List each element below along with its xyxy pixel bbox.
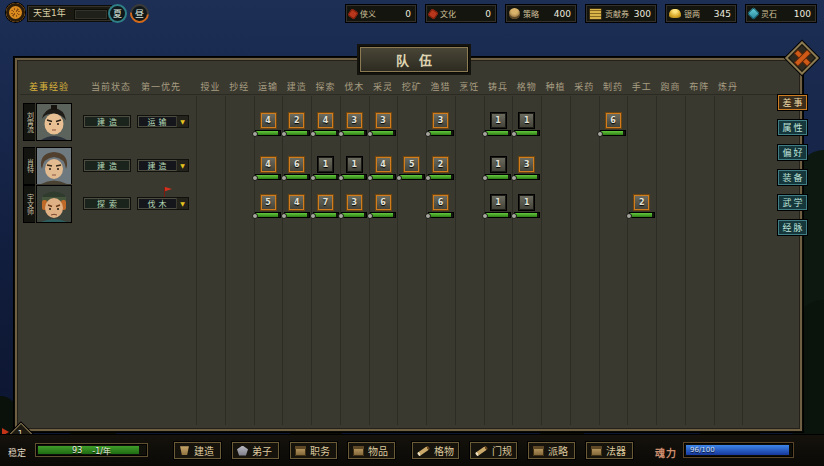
skill-level-badge[interactable]: 1 — [491, 157, 506, 172]
skill-cell-伐木: 1 — [340, 157, 369, 180]
priority-value: 建造 — [138, 160, 176, 171]
toolbar-button-职务[interactable]: 职务 — [289, 441, 338, 460]
skill-level-badge[interactable]: 2 — [433, 157, 448, 172]
character-portrait[interactable] — [36, 103, 72, 141]
skill-level-badge[interactable]: 4 — [376, 157, 391, 172]
skill-level-badge[interactable]: 2 — [634, 195, 649, 210]
toolbar-button-建造[interactable]: 建造 — [173, 441, 222, 460]
grid-line — [196, 96, 197, 425]
skill-progress-bar — [428, 212, 454, 218]
skill-level-badge[interactable]: 3 — [433, 113, 448, 128]
skill-level-badge[interactable]: 6 — [433, 195, 448, 210]
toolbar-button-格物[interactable]: 格物 — [411, 441, 460, 460]
skill-header: 炼丹 — [713, 80, 743, 93]
bottom-bar: 稳定 93 -1/年 建造弟子职务物品格物门规派略法器 魂力 96/100 — [0, 434, 824, 466]
skill-level-badge[interactable]: 6 — [606, 113, 621, 128]
grid-line — [512, 96, 513, 425]
toolbar-button-label: 格物 — [434, 443, 454, 458]
skill-progress-bar — [514, 212, 540, 218]
current-status: 建造 — [83, 159, 131, 172]
tab-经脉[interactable]: 经脉 — [777, 219, 808, 236]
grid-line — [656, 96, 657, 425]
grid-line — [455, 96, 456, 425]
side-tabs: 差事属性偏好装备武学经脉 — [777, 94, 811, 244]
chevron-down-icon: ▼ — [176, 160, 188, 171]
skill-cell-建造: 2 — [282, 113, 311, 136]
toolbar-button-法器[interactable]: 法器 — [585, 441, 634, 460]
skill-level-badge[interactable]: 5 — [261, 195, 276, 210]
resource-label: 文化 — [440, 8, 456, 19]
skill-progress-bar — [514, 130, 540, 136]
skill-level-badge[interactable]: 1 — [491, 195, 506, 210]
faction-icon — [533, 446, 544, 456]
skill-level-badge[interactable]: 1 — [318, 157, 333, 172]
skill-level-badge[interactable]: 5 — [404, 157, 419, 172]
skill-cell-伐木: 3 — [340, 195, 369, 218]
skill-level-badge[interactable]: 6 — [289, 157, 304, 172]
tab-武学[interactable]: 武学 — [777, 194, 808, 211]
toolbar-button-派略[interactable]: 派略 — [527, 441, 576, 460]
soul-value: 96/100 — [690, 444, 715, 456]
skill-header: 采灵 — [368, 80, 398, 93]
skill-level-badge[interactable]: 3 — [347, 113, 362, 128]
tab-偏好[interactable]: 偏好 — [777, 144, 808, 161]
toolbar-button-弟子[interactable]: 弟子 — [231, 441, 280, 460]
skill-level-badge[interactable]: 1 — [491, 113, 506, 128]
toolbar-button-物品[interactable]: 物品 — [347, 441, 396, 460]
stability-value: 93 — [72, 446, 82, 455]
skill-level-badge[interactable]: 2 — [289, 113, 304, 128]
resource-label: 策略 — [523, 8, 539, 19]
resource-chip: 文化0 — [425, 4, 497, 23]
character-name: 肖特 — [23, 147, 36, 185]
skill-progress-bar — [399, 174, 425, 180]
resource-value: 300 — [634, 9, 651, 19]
skill-cell-渔猎: 3 — [426, 113, 455, 136]
skill-header: 运输 — [253, 80, 283, 93]
skill-level-badge[interactable]: 4 — [289, 195, 304, 210]
priority-dropdown[interactable]: 运输▼ — [137, 115, 189, 128]
grid-line — [541, 96, 542, 425]
skill-header: 伐木 — [339, 80, 369, 93]
settings-gear-icon[interactable] — [6, 3, 25, 22]
priority-dropdown[interactable]: 伐木▼ — [137, 197, 189, 210]
skill-progress-bar — [428, 174, 454, 180]
skill-level-badge[interactable]: 1 — [519, 195, 534, 210]
skill-level-badge[interactable]: 3 — [347, 195, 362, 210]
skill-progress-bar — [485, 212, 511, 218]
tab-差事[interactable]: 差事 — [777, 94, 808, 111]
skill-cell-探索: 7 — [311, 195, 340, 218]
tab-属性[interactable]: 属性 — [777, 119, 808, 136]
skill-header: 烹饪 — [454, 80, 484, 93]
grid-line — [570, 96, 571, 425]
build-icon — [179, 446, 190, 456]
character-portrait[interactable] — [36, 185, 72, 223]
current-status: 建造 — [83, 115, 131, 128]
skill-level-badge[interactable]: 3 — [376, 113, 391, 128]
toolbar-button-label: 门规 — [492, 443, 512, 458]
skill-level-badge[interactable]: 4 — [318, 113, 333, 128]
skill-progress-bar — [341, 130, 367, 136]
skill-level-badge[interactable]: 6 — [376, 195, 391, 210]
gewu-icon — [417, 445, 430, 456]
skill-level-badge[interactable]: 7 — [318, 195, 333, 210]
skill-level-badge[interactable]: 4 — [261, 157, 276, 172]
skill-cell-运输: 5 — [254, 195, 283, 218]
skill-header: 手工 — [627, 80, 657, 93]
tab-装备[interactable]: 装备 — [777, 169, 808, 186]
skill-level-badge[interactable]: 1 — [347, 157, 362, 172]
toolbar-button-门规[interactable]: 门规 — [469, 441, 518, 460]
skill-header: 布阵 — [684, 80, 714, 93]
priority-dropdown[interactable]: 建造▼ — [137, 159, 189, 172]
close-button[interactable] — [786, 42, 818, 74]
skill-level-badge[interactable]: 1 — [519, 113, 534, 128]
skill-header: 授业 — [196, 80, 226, 93]
character-name: 宇文师 — [23, 185, 36, 223]
voucher-icon — [589, 8, 602, 20]
skill-progress-bar — [313, 130, 339, 136]
skill-level-badge[interactable]: 4 — [261, 113, 276, 128]
soul-bar: 96/100 — [684, 443, 793, 457]
skill-level-badge[interactable]: 3 — [519, 157, 534, 172]
toolbar-button-label: 物品 — [368, 443, 388, 458]
toolbar-button-label: 职务 — [310, 443, 330, 458]
character-portrait[interactable] — [36, 147, 72, 185]
